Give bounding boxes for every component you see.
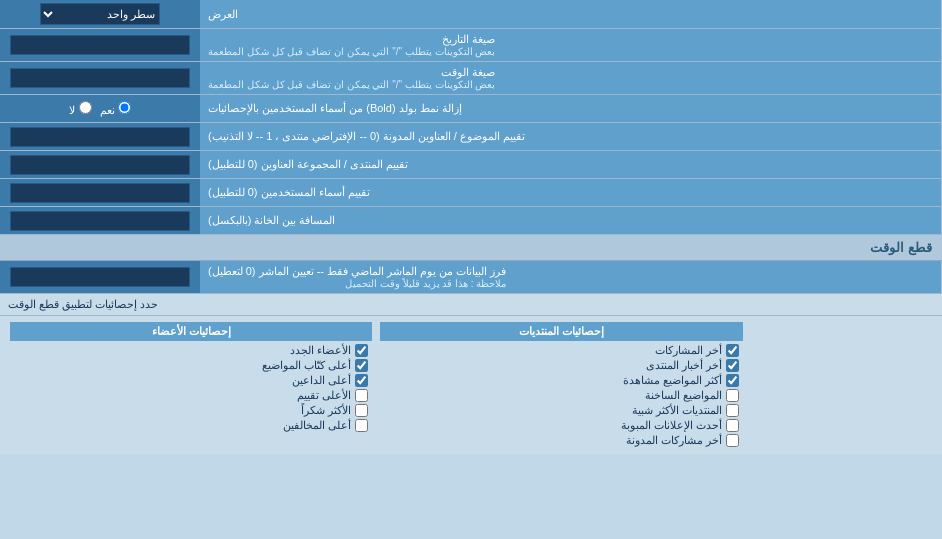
time-cut-input-cell: 0: [0, 261, 200, 293]
topics-order-input-cell: 33: [0, 123, 200, 150]
main-container: العرض سطر واحد سطرين ثلاثة أسطر صيغة الت…: [0, 0, 942, 454]
time-format-input[interactable]: H:i: [10, 68, 190, 88]
forum-order-input[interactable]: 33: [10, 155, 190, 175]
display-mode-label: العرض: [200, 0, 942, 28]
forum-stat-6-check[interactable]: [726, 419, 739, 432]
member-stat-2: أعلى كتّاب المواضيع: [10, 358, 372, 373]
date-format-input-cell: d-m: [0, 29, 200, 61]
topics-order-input[interactable]: 33: [10, 127, 190, 147]
forum-stat-3: أكثر المواضيع مشاهدة: [380, 373, 742, 388]
forum-order-label: تقييم المنتدى / المجموعة العناوين (0 للت…: [200, 151, 942, 178]
display-mode-input-cell: سطر واحد سطرين ثلاثة أسطر: [0, 0, 200, 28]
members-stats-col: إحصائيات الأعضاء الأعضاء الجدد أعلى كتّا…: [6, 322, 376, 448]
time-format-row: صيغة الوقت بعض التكوينات يتطلب "/" التي …: [0, 62, 942, 95]
column-space-input[interactable]: 2: [10, 211, 190, 231]
member-stat-1-check[interactable]: [355, 344, 368, 357]
users-order-input[interactable]: 0: [10, 183, 190, 203]
users-order-label: تقييم أسماء المستخدمين (0 للتطبيل): [200, 179, 942, 206]
bold-yes-radio[interactable]: [118, 101, 131, 114]
topics-order-row: تقييم الموضوع / العناوين المدونة (0 -- ا…: [0, 123, 942, 151]
bold-remove-row: إزالة نمط بولد (Bold) من أسماء المستخدمي…: [0, 95, 942, 123]
member-stat-6: أعلى المخالفين: [10, 418, 372, 433]
forums-stats-col: إحصائيات المنتديات أخر المشاركات أخر أخب…: [376, 322, 746, 448]
bold-no-label: لا: [69, 101, 91, 117]
member-stat-1: الأعضاء الجدد: [10, 343, 372, 358]
stats-limit-row: حدد إحصائيات لتطبيق قطع الوقت: [0, 294, 942, 316]
member-stat-3: أعلى الداعين: [10, 373, 372, 388]
column-space-label: المسافة بين الخانة (بالبكسل): [200, 207, 942, 234]
forum-stat-4: المواضيع الساخنة: [380, 388, 742, 403]
member-stat-2-check[interactable]: [355, 359, 368, 372]
forum-stat-1: أخر المشاركات: [380, 343, 742, 358]
bold-yes-label: نعم: [100, 101, 131, 117]
display-mode-select[interactable]: سطر واحد سطرين ثلاثة أسطر: [40, 3, 160, 25]
forum-order-input-cell: 33: [0, 151, 200, 178]
member-stat-3-check[interactable]: [355, 374, 368, 387]
member-stat-5-check[interactable]: [355, 404, 368, 417]
date-format-row: صيغة التاريخ بعض التكوينات يتطلب "/" الت…: [0, 29, 942, 62]
forum-stat-2-check[interactable]: [726, 359, 739, 372]
time-cut-input[interactable]: 0: [10, 267, 190, 287]
users-order-input-cell: 0: [0, 179, 200, 206]
forums-stats-title: إحصائيات المنتديات: [380, 322, 742, 341]
forum-stat-3-check[interactable]: [726, 374, 739, 387]
forum-stat-4-check[interactable]: [726, 389, 739, 402]
time-format-label: صيغة الوقت بعض التكوينات يتطلب "/" التي …: [200, 62, 942, 94]
date-format-input[interactable]: d-m: [10, 35, 190, 55]
forum-stat-5-check[interactable]: [726, 404, 739, 417]
stats-limit-label: حدد إحصائيات لتطبيق قطع الوقت: [8, 298, 158, 311]
forum-stat-2: أخر أخبار المنتدى: [380, 358, 742, 373]
time-cut-header: قطع الوقت: [0, 235, 942, 261]
forum-stat-6: أحدث الإعلانات المبوبة: [380, 418, 742, 433]
topics-order-label: تقييم الموضوع / العناوين المدونة (0 -- ا…: [200, 123, 942, 150]
bottom-section: إحصائيات المنتديات أخر المشاركات أخر أخب…: [0, 316, 942, 454]
display-mode-row: العرض سطر واحد سطرين ثلاثة أسطر: [0, 0, 942, 29]
date-format-label: صيغة التاريخ بعض التكوينات يتطلب "/" الت…: [200, 29, 942, 61]
bold-remove-options: نعم لا: [0, 95, 200, 122]
column-space-input-cell: 2: [0, 207, 200, 234]
forum-stat-7-check[interactable]: [726, 434, 739, 447]
bold-remove-label: إزالة نمط بولد (Bold) من أسماء المستخدمي…: [200, 95, 942, 122]
time-cut-label: فرز البيانات من يوم الماشر الماضي فقط --…: [200, 261, 942, 293]
member-stat-4-check[interactable]: [355, 389, 368, 402]
empty-col: [747, 322, 936, 448]
member-stat-4: الأعلى تقييم: [10, 388, 372, 403]
forum-stat-7: أخر مشاركات المدونة: [380, 433, 742, 448]
forum-stat-5: المنتديات الأكثر شبية: [380, 403, 742, 418]
bottom-columns: إحصائيات المنتديات أخر المشاركات أخر أخب…: [6, 322, 936, 448]
forum-stat-1-check[interactable]: [726, 344, 739, 357]
column-space-row: المسافة بين الخانة (بالبكسل) 2: [0, 207, 942, 235]
forum-order-row: تقييم المنتدى / المجموعة العناوين (0 للت…: [0, 151, 942, 179]
member-stat-6-check[interactable]: [355, 419, 368, 432]
members-stats-title: إحصائيات الأعضاء: [10, 322, 372, 341]
member-stat-5: الأكثر شكراً: [10, 403, 372, 418]
time-cut-row: فرز البيانات من يوم الماشر الماضي فقط --…: [0, 261, 942, 294]
users-order-row: تقييم أسماء المستخدمين (0 للتطبيل) 0: [0, 179, 942, 207]
time-format-input-cell: H:i: [0, 62, 200, 94]
bold-no-radio[interactable]: [79, 101, 92, 114]
